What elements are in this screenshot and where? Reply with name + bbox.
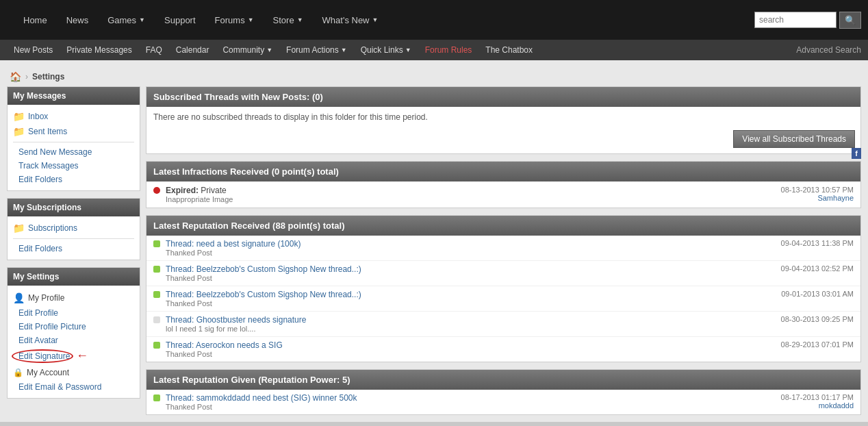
sidebar-edit-email-password[interactable]: Edit Email & Password <box>8 380 140 394</box>
sec-private-messages[interactable]: Private Messages <box>60 40 138 60</box>
nav-games[interactable]: Games ▼ <box>98 0 155 40</box>
rep-content: Thread: need a best signature (100k) Tha… <box>166 239 759 257</box>
sidebar-my-settings-body: 👤 My Profile Edit Profile Edit Profile P… <box>8 286 140 398</box>
whats-new-arrow: ▼ <box>372 16 379 23</box>
sidebar-subscriptions[interactable]: 📁 Subscriptions <box>8 221 140 236</box>
rep-sub: Thanked Post <box>166 350 759 358</box>
rep-given-row: Thread: sammokddadd need best (SIG) winn… <box>146 390 860 414</box>
my-profile-label: My Profile <box>28 293 64 303</box>
nav-store[interactable]: Store ▼ <box>264 0 313 40</box>
rep-dot <box>153 342 160 349</box>
rep-date: 09-04-2013 11:38 PM <box>781 239 854 247</box>
rep-received-row: Thread: Aserockon needs a SIG Thanked Po… <box>146 337 860 362</box>
nav-forums[interactable]: Forums ▼ <box>205 0 264 40</box>
lock-icon: 🔒 <box>13 368 23 377</box>
rep-thread-link[interactable]: Thread: Beelzzebob's Custom Sigshop New … <box>166 264 361 274</box>
sidebar-my-messages-body: 📁 Inbox 📁 Sent Items Send New Message Tr… <box>8 105 140 190</box>
infraction-date: 08-13-2013 10:57 PM <box>781 186 854 194</box>
nav-news[interactable]: News <box>57 0 99 40</box>
inbox-folder-icon: 📁 <box>13 111 25 122</box>
search-input[interactable] <box>754 12 837 28</box>
sidebar-edit-avatar[interactable]: Edit Avatar <box>8 334 140 347</box>
forum-actions-arrow: ▼ <box>341 47 347 53</box>
rep-meta: 08-17-2013 01:17 PM mokdaddd <box>765 393 854 410</box>
sidebar-edit-profile-picture[interactable]: Edit Profile Picture <box>8 320 140 334</box>
infraction-meta: 08-13-2013 10:57 PM Samhayne <box>781 186 854 202</box>
sidebar-sent-items[interactable]: 📁 Sent Items <box>8 124 140 139</box>
sidebar-my-account[interactable]: 🔒 My Account <box>8 365 140 380</box>
subscribed-threads-footer: View all Subscribed Threads <box>146 127 860 153</box>
rep-content: Thread: sammokddadd need best (SIG) winn… <box>166 393 759 411</box>
sidebar: My Messages 📁 Inbox 📁 Sent Items Send Ne… <box>7 86 140 399</box>
games-arrow: ▼ <box>139 16 145 23</box>
rep-thread-link[interactable]: Thread: Ghoostbuster needs signature <box>166 315 306 325</box>
sec-new-posts[interactable]: New Posts <box>7 40 60 60</box>
subscriptions-label: Subscriptions <box>28 223 77 233</box>
profile-icon: 👤 <box>13 292 25 303</box>
view-all-subscribed-btn[interactable]: View all Subscribed Threads <box>733 130 855 148</box>
forums-arrow: ▼ <box>248 16 254 23</box>
rep-received-row: Thread: Beelzzebob's Custom Sigshop New … <box>146 286 860 312</box>
rep-date: 08-17-2013 01:17 PM <box>781 393 854 401</box>
facebook-icon[interactable]: f <box>852 148 861 159</box>
rep-dot <box>153 266 160 273</box>
rep-sub: Thanked Post <box>166 403 759 411</box>
my-account-label: My Account <box>27 368 69 377</box>
quick-links-arrow: ▼ <box>405 47 411 53</box>
rep-thread-link[interactable]: Thread: need a best signature (100k) <box>166 239 301 249</box>
advanced-search-link[interactable]: Advanced Search <box>789 45 861 55</box>
community-arrow: ▼ <box>266 47 272 53</box>
rep-content: Thread: Aserockon needs a SIG Thanked Po… <box>166 340 759 358</box>
rep-thread-link[interactable]: Thread: Beelzzebob's Custom Sigshop New … <box>166 290 361 299</box>
search-button[interactable]: 🔍 <box>839 12 861 29</box>
sec-forum-actions[interactable]: Forum Actions ▼ <box>279 40 354 60</box>
rep-content: Thread: Beelzzebob's Custom Sigshop New … <box>166 264 759 282</box>
rep-dot <box>153 240 160 247</box>
rep-meta: 08-29-2013 07:01 PM <box>765 340 854 349</box>
sidebar-divider-1 <box>13 142 134 142</box>
rep-content: Thread: Ghoostbuster needs signature lol… <box>166 315 759 333</box>
rep-thread-link[interactable]: Thread: Aserockon needs a SIG <box>166 340 283 350</box>
main-nav-links: Home News Games ▼ Support Forums ▼ Store… <box>14 0 754 40</box>
rep-thread-link[interactable]: Thread: sammokddadd need best (SIG) winn… <box>166 393 357 403</box>
search-area: 🔍 <box>754 12 861 29</box>
sidebar-inbox[interactable]: 📁 Inbox <box>8 109 140 124</box>
nav-whats-new[interactable]: What's New ▼ <box>313 0 388 40</box>
sec-forum-rules[interactable]: Forum Rules <box>418 40 479 60</box>
sidebar-edit-signature[interactable]: Edit Signature <box>8 349 81 363</box>
sidebar-my-settings-header: My Settings <box>8 268 140 286</box>
infraction-sub: Inappropriate Image <box>166 195 776 203</box>
rep-received-row: Thread: Ghoostbuster needs signature lol… <box>146 312 860 337</box>
sec-quick-links[interactable]: Quick Links ▼ <box>354 40 418 60</box>
content-layout: My Messages 📁 Inbox 📁 Sent Items Send Ne… <box>7 86 861 415</box>
sidebar-edit-profile[interactable]: Edit Profile <box>8 306 140 320</box>
rep-user[interactable]: mokdaddd <box>765 401 854 410</box>
reputation-given-list: Thread: sammokddadd need best (SIG) winn… <box>146 390 860 414</box>
sidebar-track-messages[interactable]: Track Messages <box>8 159 140 173</box>
sidebar-my-subscriptions-body: 📁 Subscriptions Edit Folders <box>8 216 140 260</box>
rep-dot <box>153 316 160 323</box>
breadcrumb: 🏠 › Settings <box>7 67 861 86</box>
rep-sub: lol I need 1 sig for me lol.... <box>166 325 759 333</box>
infraction-user[interactable]: Samhayne <box>781 194 854 202</box>
rep-received-row: Thread: Beelzzebob's Custom Sigshop New … <box>146 261 860 286</box>
rep-dot <box>153 291 160 298</box>
nav-home[interactable]: Home <box>14 0 57 40</box>
rep-meta: 09-04-2013 02:52 PM <box>765 264 854 273</box>
sidebar-my-profile[interactable]: 👤 My Profile <box>8 290 140 306</box>
sidebar-edit-folders-messages[interactable]: Edit Folders <box>8 173 140 186</box>
sidebar-send-new-message[interactable]: Send New Message <box>8 145 140 159</box>
sec-chatbox[interactable]: The Chatbox <box>478 40 539 60</box>
nav-support[interactable]: Support <box>155 0 205 40</box>
sec-community[interactable]: Community ▼ <box>216 40 279 60</box>
sec-faq[interactable]: FAQ <box>139 40 169 60</box>
sidebar-edit-folders-subscriptions[interactable]: Edit Folders <box>8 242 140 255</box>
sidebar-divider-2 <box>13 238 134 239</box>
sec-calendar[interactable]: Calendar <box>169 40 216 60</box>
rep-date: 08-30-2013 09:25 PM <box>781 315 854 323</box>
infractions-header: Latest Infractions Received (0 point(s) … <box>146 162 860 181</box>
subscriptions-folder-icon: 📁 <box>13 223 25 234</box>
reputation-received-header: Latest Reputation Received (88 point(s) … <box>146 216 860 236</box>
rep-sub: Thanked Post <box>166 274 759 282</box>
breadcrumb-title: Settings <box>32 72 64 82</box>
